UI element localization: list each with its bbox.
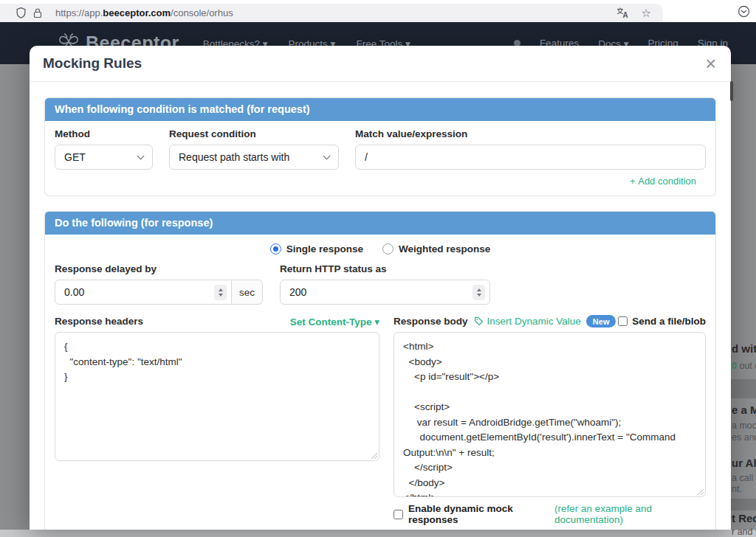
status-stepper[interactable] <box>472 285 485 300</box>
scrollbar-thumb[interactable] <box>730 81 733 101</box>
request-condition-field: Request condition Request path starts wi… <box>169 128 339 170</box>
request-condition-value: Request path starts with <box>179 151 289 163</box>
method-select[interactable]: GET <box>55 145 153 170</box>
set-content-type-dropdown[interactable]: Set Content-Type ▾ <box>290 316 379 328</box>
add-condition-button[interactable]: + Add condition <box>630 176 696 187</box>
status-field: Return HTTP status as <box>280 263 706 305</box>
weighted-response-radio[interactable]: Weighted response <box>382 243 490 254</box>
tag-icon <box>474 316 484 326</box>
mocking-rules-modal: Mocking Rules × When following condition… <box>30 46 731 530</box>
step-down-icon <box>477 294 481 297</box>
delay-label: Response delayed by <box>55 263 280 274</box>
step-up-icon <box>477 288 481 291</box>
response-body-label: Response body <box>394 316 468 327</box>
request-condition-label: Request condition <box>169 128 339 139</box>
weighted-response-label: Weighted response <box>399 243 490 254</box>
condition-panel: When following condition is matched (for… <box>44 97 716 196</box>
radio-selected-icon <box>270 243 281 254</box>
response-body-textarea[interactable]: <html> <body> <p id="result"></p> <scrip… <box>394 332 706 497</box>
refer-docs-link[interactable]: (refer an example and documentation) <box>554 503 706 525</box>
send-file-checkbox[interactable] <box>618 316 628 326</box>
insert-dynamic-value-label: Insert Dynamic Value <box>487 316 581 327</box>
request-condition-select[interactable]: Request path starts with <box>169 145 339 170</box>
send-file-label: Send a file/blob <box>632 316 706 327</box>
url-path: /console/orhus <box>171 7 233 18</box>
chevron-down-icon <box>137 152 145 159</box>
enable-dynamic-checkbox[interactable] <box>394 510 403 519</box>
close-icon[interactable]: × <box>705 55 716 73</box>
bookmark-star-icon[interactable]: ☆ <box>642 7 651 20</box>
delay-field: Response delayed by sec <box>55 263 280 305</box>
svg-text:A: A <box>622 11 628 19</box>
status-input[interactable] <box>280 280 490 305</box>
chevron-down-icon <box>323 152 331 159</box>
response-type-radios: Single response Weighted response <box>55 243 706 254</box>
plus-icon: + <box>630 176 636 187</box>
enable-dynamic-label: Enable dynamic mock responses <box>408 503 549 525</box>
url-prefix: https://app. <box>55 7 103 18</box>
condition-panel-header: When following condition is matched (for… <box>45 98 715 121</box>
url-domain: beeceptor.com <box>103 7 171 18</box>
add-condition-label: Add condition <box>638 176 696 187</box>
match-value-label: Match value/expression <box>355 128 706 139</box>
response-headers-textarea[interactable]: { "content-type": "text/html" } <box>55 332 379 461</box>
url-text[interactable]: https://app.beeceptor.com/console/orhus <box>55 7 233 18</box>
match-value-field: Match value/expression <box>355 128 706 170</box>
browser-toolbar: https://app.beeceptor.com/console/orhus … <box>0 0 756 22</box>
modal-title: Mocking Rules <box>43 55 142 72</box>
match-value-input[interactable] <box>355 145 706 170</box>
translate-icon[interactable]: A <box>616 7 628 18</box>
single-response-radio[interactable]: Single response <box>270 243 363 254</box>
page-bottom-strip <box>0 530 756 537</box>
step-down-icon <box>219 294 223 297</box>
screen: https://app.beeceptor.com/console/orhus … <box>0 0 756 537</box>
response-headers-column: Response headers Set Content-Type ▾ { "c… <box>55 315 379 525</box>
method-field: Method GET <box>55 128 153 170</box>
delay-stepper[interactable] <box>214 285 227 300</box>
delay-unit: sec <box>232 280 263 305</box>
response-headers-label: Response headers <box>55 316 143 327</box>
method-label: Method <box>55 128 153 139</box>
insert-dynamic-value-link[interactable]: Insert Dynamic Value <box>474 316 581 327</box>
single-response-label: Single response <box>286 243 363 254</box>
delay-input[interactable] <box>55 280 232 305</box>
add-condition-row: + Add condition <box>55 170 706 195</box>
send-file-checkbox-row[interactable]: Send a file/blob <box>618 316 706 327</box>
shield-icon[interactable] <box>16 7 26 18</box>
response-body-column: Response body Insert Dynamic Value New S… <box>394 315 706 525</box>
pocket-icon[interactable] <box>738 5 750 21</box>
new-badge: New <box>586 315 616 328</box>
modal-body: When following condition is matched (for… <box>30 82 731 530</box>
step-up-icon <box>219 288 223 291</box>
url-bar[interactable]: https://app.beeceptor.com/console/orhus … <box>0 4 663 22</box>
lock-icon[interactable] <box>33 7 42 18</box>
status-label: Return HTTP status as <box>280 263 706 274</box>
radio-unselected-icon <box>382 243 394 254</box>
modal-header: Mocking Rules × <box>30 46 731 82</box>
response-panel-header: Do the following (for response) <box>45 212 715 235</box>
method-value: GET <box>64 151 86 163</box>
enable-dynamic-row: Enable dynamic mock responses (refer an … <box>394 503 706 525</box>
response-panel: Do the following (for response) Single r… <box>44 211 716 530</box>
